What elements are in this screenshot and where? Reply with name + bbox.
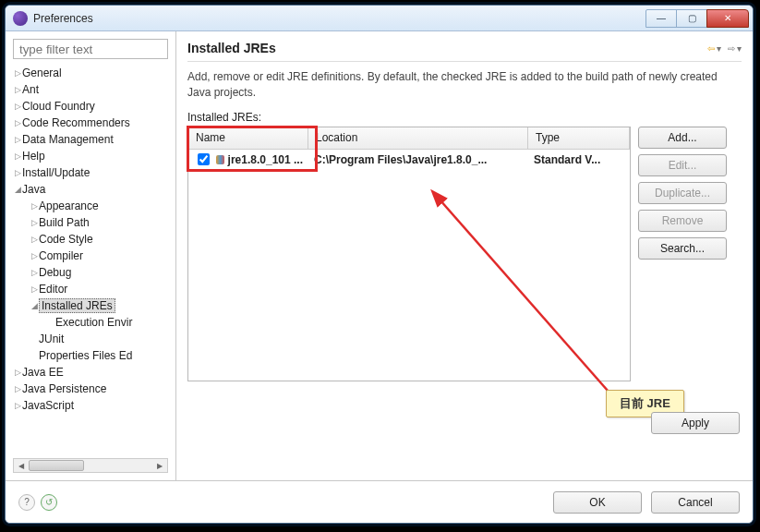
ok-button[interactable]: OK [553,491,642,514]
expand-icon[interactable]: ▷ [13,168,22,177]
tree-item-code-style[interactable]: ▷Code Style [13,231,168,248]
tree-item-label: Editor [39,283,67,296]
expand-icon[interactable]: ▷ [13,118,22,127]
expand-icon[interactable]: ▷ [13,135,22,144]
remove-button[interactable]: Remove [638,210,727,232]
oobe-icon[interactable]: ↺ [41,494,57,511]
titlebar[interactable]: Preferences ― ▢ ✕ [6,6,753,31]
help-icon[interactable]: ? [18,494,35,511]
page-title: Installed JREs [187,41,707,55]
tree-item-label: Execution Envir [55,316,132,329]
tree-item-junit[interactable]: JUnit [13,331,168,347]
duplicate-button[interactable]: Duplicate... [638,182,727,204]
expand-icon[interactable]: ▷ [30,268,39,277]
jre-location: C:\Program Files\Java\jre1.8.0_... [308,151,528,168]
tree-item-install-update[interactable]: ▷Install/Update [13,164,168,181]
tree-item-data-management[interactable]: ▷Data Management [13,131,168,148]
forward-icon[interactable]: ⇨ [728,43,735,54]
tree-item-code-recommenders[interactable]: ▷Code Recommenders [13,115,168,131]
tree-item-label: Java EE [22,366,64,379]
expand-icon[interactable]: ▷ [13,368,22,377]
expand-icon[interactable]: ◢ [30,301,39,310]
tree-item-help[interactable]: ▷Help [13,148,168,164]
tree-item-label: Help [22,150,45,163]
tree-item-label: Compiler [39,249,83,262]
tree-item-java[interactable]: ◢Java [13,181,168,198]
jre-icon [216,155,224,164]
tree-item-label: Installed JREs [39,298,115,313]
tree-item-compiler[interactable]: ▷Compiler [13,248,168,264]
expand-icon[interactable]: ▷ [13,68,22,78]
tree-item-label: Ant [22,83,39,96]
tree-item-ant[interactable]: ▷Ant [13,81,168,98]
left-pane: ▷General▷Ant▷Cloud Foundry▷Code Recommen… [6,31,176,480]
nav-arrows: ⇦▾ ⇨▾ [707,43,742,54]
expand-icon[interactable]: ▷ [13,401,22,410]
tree-item-label: Properties Files Ed [39,349,132,362]
tree-item-label: Java Persistence [22,382,106,395]
tree-item-build-path[interactable]: ▷Build Path [13,214,168,231]
tree-item-label: JavaScript [22,399,74,412]
col-type[interactable]: Type [528,127,630,149]
back-icon[interactable]: ⇦ [707,43,715,54]
tree-item-properties-files-ed[interactable]: Properties Files Ed [13,347,168,364]
scroll-left-icon[interactable]: ◀ [14,459,29,472]
tree-item-label: Debug [39,266,71,279]
maximize-button[interactable]: ▢ [676,9,707,28]
tree-item-cloud-foundry[interactable]: ▷Cloud Foundry [13,98,168,115]
expand-icon[interactable]: ▷ [13,85,22,94]
eclipse-icon [13,11,28,26]
tree-item-editor[interactable]: ▷Editor [13,281,168,297]
tree-item-label: Build Path [39,216,90,229]
tree-item-label: Code Recommenders [22,116,130,129]
tree-item-label: Install/Update [22,166,90,179]
tree-item-debug[interactable]: ▷Debug [13,264,168,281]
filter-input[interactable] [13,39,168,59]
cancel-button[interactable]: Cancel [651,491,740,514]
tree-item-label: Java [22,183,45,196]
expand-icon[interactable]: ▷ [30,201,39,211]
expand-icon[interactable]: ◢ [13,185,22,194]
tree-item-appearance[interactable]: ▷Appearance [13,198,168,214]
tree-item-label: Code Style [39,233,93,246]
expand-icon[interactable]: ▷ [30,284,39,294]
preference-tree[interactable]: ▷General▷Ant▷Cloud Foundry▷Code Recommen… [13,65,168,458]
tree-item-java-persistence[interactable]: ▷Java Persistence [13,381,168,397]
jre-table[interactable]: Name Location Type jre1.8.0_101 ... C:\P… [187,127,631,381]
tree-item-general[interactable]: ▷General [13,65,168,81]
expand-icon[interactable]: ▷ [30,235,39,244]
minimize-button[interactable]: ― [645,9,677,28]
scroll-thumb[interactable] [29,460,84,471]
jre-default-checkbox[interactable] [198,153,210,165]
expand-icon[interactable]: ▷ [13,151,22,161]
col-location[interactable]: Location [308,127,528,149]
expand-icon[interactable]: ▷ [30,251,39,260]
preferences-window: Preferences ― ▢ ✕ ▷General▷Ant▷Cloud Fou… [5,5,754,524]
tree-item-execution-envir[interactable]: Execution Envir [13,314,168,331]
table-row[interactable]: jre1.8.0_101 ... C:\Program Files\Java\j… [188,150,630,170]
page-description: Add, remove or edit JRE definitions. By … [187,69,742,102]
scroll-right-icon[interactable]: ▶ [152,459,167,472]
search-button[interactable]: Search... [638,237,727,260]
tree-item-label: Appearance [39,200,99,212]
tree-item-label: Data Management [22,133,114,146]
expand-icon[interactable]: ▷ [30,218,39,227]
tree-item-java-ee[interactable]: ▷Java EE [13,364,168,381]
expand-icon[interactable]: ▷ [13,384,22,393]
tree-item-label: JUnit [39,332,64,345]
tree-item-label: Cloud Foundry [22,100,95,113]
tree-item-installed-jres[interactable]: ◢Installed JREs [13,297,168,314]
apply-button[interactable]: Apply [651,412,740,434]
expand-icon[interactable]: ▷ [13,102,22,111]
tree-item-javascript[interactable]: ▷JavaScript [13,397,168,414]
edit-button[interactable]: Edit... [638,154,727,176]
add-button[interactable]: Add... [638,127,727,149]
close-button[interactable]: ✕ [706,9,749,28]
col-name[interactable]: Name [188,127,308,149]
tree-item-label: General [22,66,62,79]
jre-name: jre1.8.0_101 ... [228,153,303,166]
window-title: Preferences [33,12,646,25]
right-pane: Installed JREs ⇦▾ ⇨▾ Add, remove or edit… [176,31,753,480]
tree-h-scrollbar[interactable]: ◀ ▶ [13,458,168,473]
table-label: Installed JREs: [187,111,742,124]
